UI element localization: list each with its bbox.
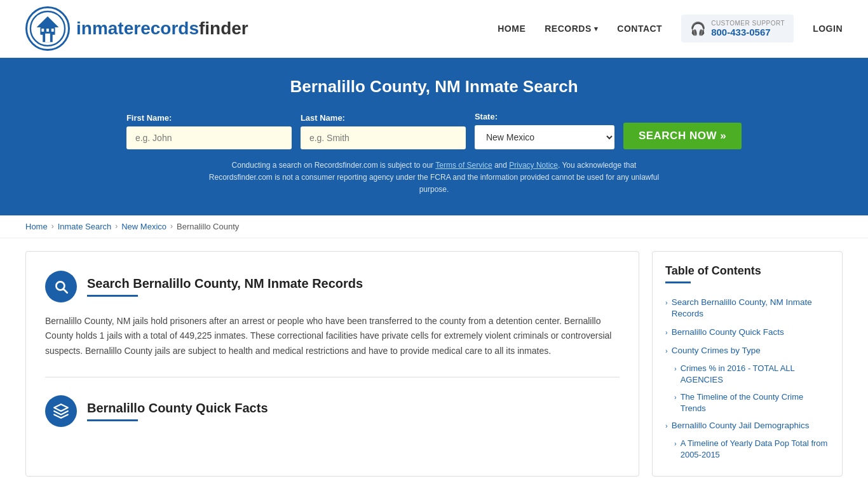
tos-link[interactable]: Terms of Service xyxy=(435,161,492,170)
sidebar: Table of Contents › Search Bernalillo Co… xyxy=(652,251,843,477)
nav-home[interactable]: HOME xyxy=(498,24,526,34)
toc-item-2[interactable]: › Bernalillo County Quick Facts xyxy=(665,323,829,342)
section1-underline xyxy=(87,295,138,297)
toc-sub-item-5[interactable]: › The Timeline of the County Crime Trend… xyxy=(665,389,829,417)
toc-label-5: The Timeline of the County Crime Trends xyxy=(681,391,829,414)
state-label: State: xyxy=(475,112,614,121)
first-name-label: First Name: xyxy=(126,113,292,123)
search-section-icon xyxy=(45,271,77,302)
breadcrumb-sep-2: › xyxy=(115,222,118,231)
svg-marker-3 xyxy=(37,17,59,27)
toc-item-3[interactable]: › County Crimes by Type xyxy=(665,342,829,360)
toc-sub-item-4[interactable]: › Crimes % in 2016 - TOTAL ALL AGENCIES xyxy=(665,360,829,388)
logo-icon xyxy=(25,6,70,51)
last-name-group: Last Name: xyxy=(301,113,466,149)
main-nav: HOME RECORDS ▾ CONTACT 🎧 CUSTOMER SUPPOR… xyxy=(498,15,843,43)
svg-rect-4 xyxy=(45,34,50,43)
svg-rect-7 xyxy=(46,29,49,32)
breadcrumb-county: Bernalillo County xyxy=(177,222,239,231)
section2-header: Bernalillo County Quick Facts xyxy=(45,395,620,427)
chevron-down-icon: ▾ xyxy=(594,25,599,33)
toc-label-4: Crimes % in 2016 - TOTAL ALL AGENCIES xyxy=(681,363,829,386)
last-name-label: Last Name: xyxy=(301,113,466,123)
toc-chevron-1: › xyxy=(665,298,668,308)
section2-title: Bernalillo County Quick Facts xyxy=(87,401,268,416)
disclaimer-text: Conducting a search on Recordsfinder.com… xyxy=(205,159,663,196)
page-title: Bernalillo County, NM Inmate Search xyxy=(25,77,843,97)
toc-label-7: A Timeline of Yearly Data Pop Total from… xyxy=(681,438,829,461)
logo-area: inmaterecordsfinder xyxy=(25,6,248,51)
facts-section-icon xyxy=(45,395,77,427)
section1-body: Bernalillo County, NM jails hold prisone… xyxy=(45,314,620,359)
customer-support-box: 🎧 CUSTOMER SUPPORT 800-433-0567 xyxy=(681,15,794,43)
toc-chevron-5: › xyxy=(674,393,677,402)
breadcrumb-new-mexico[interactable]: New Mexico xyxy=(121,222,166,231)
privacy-link[interactable]: Privacy Notice xyxy=(509,161,558,170)
search-banner: Bernalillo County, NM Inmate Search Firs… xyxy=(0,58,868,215)
toc-item-1[interactable]: › Search Bernalillo County, NM Inmate Re… xyxy=(665,294,829,324)
state-select[interactable]: New Mexico xyxy=(475,125,614,149)
section2-underline xyxy=(87,419,138,421)
last-name-input[interactable] xyxy=(301,126,466,149)
content-area: Search Bernalillo County, NM Inmate Reco… xyxy=(25,251,639,477)
toc-chevron-2: › xyxy=(665,328,668,337)
breadcrumb-inmate-search[interactable]: Inmate Search xyxy=(58,222,112,231)
first-name-group: First Name: xyxy=(126,113,292,149)
support-label: CUSTOMER SUPPORT xyxy=(711,20,785,27)
toc-sub-item-7[interactable]: › A Timeline of Yearly Data Pop Total fr… xyxy=(665,435,829,463)
toc-chevron-3: › xyxy=(665,346,668,356)
first-name-input[interactable] xyxy=(126,126,292,149)
search-form: First Name: Last Name: State: New Mexico… xyxy=(25,112,843,149)
section-divider xyxy=(45,377,620,377)
main-content: Search Bernalillo County, NM Inmate Reco… xyxy=(0,238,868,488)
state-group: State: New Mexico xyxy=(475,112,614,149)
toc-item-6[interactable]: › Bernalillo County Jail Demographics xyxy=(665,417,829,435)
site-header: inmaterecordsfinder HOME RECORDS ▾ CONTA… xyxy=(0,0,868,58)
breadcrumb-home[interactable]: Home xyxy=(25,222,48,231)
headset-icon: 🎧 xyxy=(690,21,706,36)
nav-contact[interactable]: CONTACT xyxy=(617,24,662,34)
toc-label-2: Bernalillo County Quick Facts xyxy=(672,327,784,339)
toc-chevron-7: › xyxy=(674,439,677,449)
breadcrumb-sep-1: › xyxy=(51,222,54,231)
svg-rect-6 xyxy=(51,29,54,32)
breadcrumb-sep-3: › xyxy=(170,222,173,231)
logo-text: inmaterecordsfinder xyxy=(76,18,248,39)
toc-label-1: Search Bernalillo County, NM Inmate Reco… xyxy=(672,297,829,321)
toc-chevron-6: › xyxy=(665,421,668,431)
toc-chevron-4: › xyxy=(674,364,677,374)
search-button[interactable]: SEARCH NOW » xyxy=(623,123,742,149)
breadcrumb: Home › Inmate Search › New Mexico › Bern… xyxy=(0,215,868,238)
section1-header: Search Bernalillo County, NM Inmate Reco… xyxy=(45,271,620,302)
toc-label-3: County Crimes by Type xyxy=(672,345,761,357)
toc-box: Table of Contents › Search Bernalillo Co… xyxy=(652,251,843,477)
svg-rect-5 xyxy=(41,29,44,32)
section1-title: Search Bernalillo County, NM Inmate Reco… xyxy=(87,276,363,291)
nav-records[interactable]: RECORDS ▾ xyxy=(545,24,598,34)
toc-title: Table of Contents xyxy=(665,264,829,278)
toc-label-6: Bernalillo County Jail Demographics xyxy=(672,420,810,432)
nav-login[interactable]: LOGIN xyxy=(813,24,843,34)
support-number: 800-433-0567 xyxy=(711,27,785,37)
toc-divider xyxy=(665,281,691,283)
